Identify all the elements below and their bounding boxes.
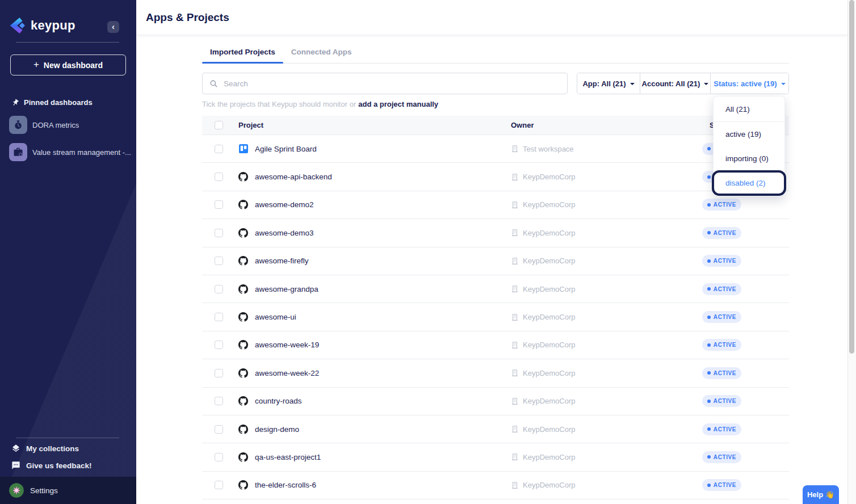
row-checkbox[interactable] (215, 285, 223, 293)
table-row[interactable]: awesome-week-19 KeypDemoCorp ACTIVE (202, 331, 789, 359)
row-checkbox[interactable] (215, 481, 223, 489)
sidebar-item-label: DORA metrics (32, 121, 79, 129)
sidebar-item-value-stream[interactable]: Value stream management -... (9, 143, 132, 161)
sidebar-collapse-button[interactable]: ‹ (107, 21, 119, 33)
trello-icon (238, 144, 248, 154)
project-name[interactable]: the-elder-scrolls-6 (255, 481, 316, 489)
scrollbar-thumb[interactable] (849, 0, 854, 354)
sidebar-item-feedback[interactable]: Give us feedback! (11, 459, 132, 472)
sidebar-item-settings[interactable]: Settings (0, 477, 136, 504)
status-label: ACTIVE (714, 201, 736, 208)
github-icon (238, 200, 248, 209)
column-header-owner: Owner (511, 121, 702, 129)
status-badge: ACTIVE (702, 395, 741, 407)
project-name[interactable]: awesome-week-22 (255, 369, 319, 377)
project-name[interactable]: awesome-grandpa (255, 285, 318, 293)
table-row[interactable]: country-roads KeypDemoCorp ACTIVE (202, 388, 789, 415)
tab-connected-apps[interactable]: Connected Apps (283, 48, 360, 63)
status-label: ACTIVE (714, 314, 736, 320)
row-checkbox[interactable] (215, 200, 223, 209)
table-row[interactable]: awesome-ui KeypDemoCorp ACTIVE (202, 303, 789, 331)
table-row[interactable]: awesome-grandpa KeypDemoCorp ACTIVE (202, 275, 789, 303)
row-checkbox[interactable] (215, 453, 223, 461)
status-badge: ACTIVE (702, 451, 741, 463)
status-dot-icon (707, 484, 711, 487)
table-header-row: Project Owner Status (202, 116, 789, 135)
dropdown-item[interactable]: importing (0) (714, 146, 784, 171)
status-label: ACTIVE (714, 230, 736, 236)
building-icon (511, 369, 519, 377)
github-icon (238, 340, 248, 350)
filter-account[interactable]: Account: All (21) (640, 73, 710, 94)
table-row[interactable]: Agile Sprint Board Test workspace ACTIVE (202, 135, 789, 163)
row-checkbox[interactable] (215, 257, 223, 265)
filter-status[interactable]: Status: active (19) (710, 73, 788, 94)
dropdown-item-label: active (19) (725, 130, 761, 138)
building-icon (511, 145, 519, 153)
sidebar: keypup ‹ + New dashboard Pinned dashboar… (0, 0, 136, 504)
table-row[interactable]: awesome-api-backend KeypDemoCorp ACTIVE (202, 163, 789, 191)
pinned-dashboards-header: Pinned dashboards (11, 98, 136, 107)
building-icon (511, 341, 519, 349)
help-button[interactable]: Help 👋 (803, 485, 839, 504)
table-row[interactable]: qa-us-east-project1 KeypDemoCorp ACTIVE (202, 443, 789, 471)
dropdown-item[interactable]: disabled (2) (714, 171, 784, 195)
my-collections-label: My collections (26, 444, 79, 453)
project-name[interactable]: awesome-firefly (255, 257, 309, 265)
project-name[interactable]: awesome-ui (255, 313, 296, 321)
owner-name: KeypDemoCorp (523, 341, 576, 349)
logo[interactable]: keypup ‹ (9, 17, 127, 34)
project-name[interactable]: design-demo (255, 425, 299, 434)
sidebar-item-dora-metrics[interactable]: DORA metrics (9, 116, 132, 134)
filter-account-label: Account: All (21) (642, 79, 700, 88)
status-badge: ACTIVE (702, 255, 741, 267)
chevron-down-icon (781, 83, 786, 85)
project-name[interactable]: awesome-api-backend (255, 173, 332, 181)
search-input[interactable] (224, 79, 560, 88)
select-all-checkbox[interactable] (215, 121, 223, 129)
building-icon (511, 201, 519, 209)
project-name[interactable]: Agile Sprint Board (255, 145, 317, 153)
row-checkbox[interactable] (215, 341, 223, 349)
table-row[interactable]: awesome-demo3 KeypDemoCorp ACTIVE (202, 219, 789, 247)
table-row[interactable]: design-demo KeypDemoCorp ACTIVE (202, 415, 789, 443)
project-name[interactable]: country-roads (255, 397, 302, 405)
table-row[interactable]: awesome-firefly KeypDemoCorp ACTIVE (202, 247, 789, 275)
dropdown-item[interactable]: active (19) (714, 122, 784, 146)
row-checkbox[interactable] (215, 229, 223, 237)
project-name[interactable]: awesome-demo2 (255, 200, 314, 209)
tab-imported-projects[interactable]: Imported Projects (202, 48, 283, 63)
status-badge: ACTIVE (702, 479, 741, 491)
table-row[interactable]: the-elder-scrolls-6 KeypDemoCorp ACTIVE (202, 472, 789, 499)
add-project-manually-link[interactable]: add a project manually (358, 100, 438, 108)
building-icon (511, 453, 519, 461)
row-checkbox[interactable] (215, 313, 223, 321)
top-header: Apps & Projects (136, 0, 847, 35)
project-name[interactable]: awesome-demo3 (255, 229, 314, 237)
new-dashboard-button[interactable]: + New dashboard (10, 54, 126, 75)
row-checkbox[interactable] (215, 425, 223, 434)
github-icon (238, 368, 248, 378)
filter-app[interactable]: App: All (21) (577, 73, 640, 94)
status-dot-icon (707, 147, 711, 150)
table-row[interactable]: awesome-week-22 KeypDemoCorp ACTIVE (202, 359, 789, 387)
scrollbar-track[interactable] (847, 0, 856, 504)
project-name[interactable]: qa-us-east-project1 (255, 453, 321, 461)
status-badge: ACTIVE (702, 199, 741, 211)
row-checkbox[interactable] (215, 397, 223, 405)
status-dot-icon (707, 400, 711, 403)
dropdown-item-label: disabled (2) (725, 179, 766, 187)
toolbar: App: All (21) Account: All (21) Status: … (202, 73, 789, 94)
feedback-label: Give us feedback! (26, 461, 92, 470)
status-badge: ACTIVE (702, 227, 741, 239)
table-row[interactable]: awesome-demo2 KeypDemoCorp ACTIVE (202, 191, 789, 219)
row-checkbox[interactable] (215, 173, 223, 181)
dropdown-item[interactable]: All (21) (714, 97, 784, 121)
row-checkbox[interactable] (215, 145, 223, 153)
project-name[interactable]: awesome-week-19 (255, 341, 319, 349)
row-checkbox[interactable] (215, 369, 223, 377)
brand-name: keypup (31, 18, 75, 33)
sidebar-item-my-collections[interactable]: My collections (11, 442, 132, 455)
search-box[interactable] (202, 73, 568, 94)
status-label: ACTIVE (714, 398, 736, 404)
